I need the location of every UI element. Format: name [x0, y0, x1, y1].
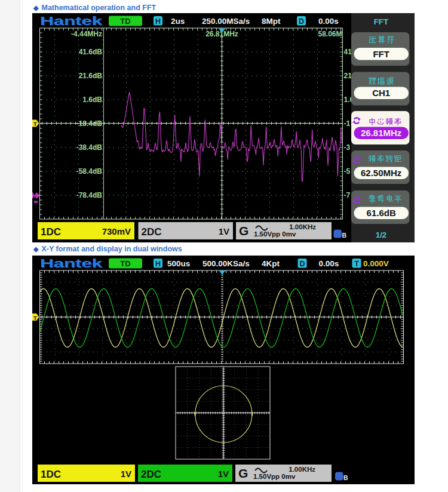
svg-text:T: T	[33, 315, 37, 321]
svg-text:D: D	[299, 260, 305, 268]
svg-text:B: B	[342, 232, 347, 239]
svg-text:26.81MHz: 26.81MHz	[361, 128, 401, 138]
svg-text:0.00s: 0.00s	[319, 259, 339, 268]
svg-text:2DC: 2DC	[141, 469, 161, 480]
svg-text:-3: -3	[344, 143, 351, 152]
svg-text:1.50Vpp 0mv: 1.50Vpp 0mv	[254, 230, 296, 238]
svg-text:41: 41	[344, 48, 352, 56]
svg-text:B: B	[343, 474, 348, 481]
svg-text:Hantek: Hantek	[40, 257, 102, 270]
svg-text:250.00MSa/s: 250.00MSa/s	[202, 17, 250, 26]
svg-text:1V: 1V	[218, 469, 229, 479]
svg-text:D: D	[299, 17, 304, 26]
svg-text:4Kpt: 4Kpt	[262, 259, 280, 268]
svg-text:21: 21	[344, 72, 352, 80]
svg-text:G: G	[238, 466, 248, 480]
svg-text:61.6dB: 61.6dB	[367, 208, 396, 218]
svg-text:41.6dB: 41.6dB	[79, 48, 103, 56]
svg-text:T: T	[33, 121, 37, 127]
svg-text:-4.44MHz: -4.44MHz	[71, 30, 102, 38]
svg-text:-78.4dB: -78.4dB	[76, 191, 103, 199]
svg-text:G: G	[239, 224, 248, 238]
svg-text:TD: TD	[120, 17, 130, 26]
svg-text:1V: 1V	[121, 469, 131, 479]
svg-text:-58.4dB: -58.4dB	[76, 167, 103, 176]
svg-text:1.50Vpp 0mv: 1.50Vpp 0mv	[253, 473, 296, 480]
svg-text:1DC: 1DC	[41, 469, 61, 480]
svg-text:-18.4dB: -18.4dB	[76, 119, 103, 128]
svg-text:FFT: FFT	[374, 17, 389, 26]
svg-text:58.06M: 58.06M	[318, 30, 342, 38]
svg-text:1/2: 1/2	[376, 230, 386, 239]
svg-text:-1: -1	[344, 119, 351, 128]
svg-text:FFT: FFT	[373, 49, 389, 59]
svg-text:H: H	[155, 17, 161, 26]
svg-text:62.50MHz: 62.50MHz	[361, 168, 401, 178]
svg-text:0.000V: 0.000V	[363, 259, 389, 268]
svg-text:21.6dB: 21.6dB	[79, 72, 103, 80]
svg-text:730mV: 730mV	[102, 226, 131, 236]
svg-text:2DC: 2DC	[142, 226, 162, 238]
svg-text:1V: 1V	[219, 226, 229, 236]
svg-text:H: H	[155, 260, 161, 268]
svg-text:500us: 500us	[167, 259, 190, 268]
svg-text:Hantek: Hantek	[40, 14, 102, 27]
svg-text:1.00KHz: 1.00KHz	[289, 223, 316, 230]
svg-text:CH1: CH1	[372, 88, 390, 98]
svg-text:2us: 2us	[171, 17, 185, 26]
svg-text:0.00s: 0.00s	[318, 17, 339, 26]
svg-text:-7: -7	[344, 191, 351, 199]
svg-text:1DC: 1DC	[41, 226, 61, 238]
svg-text:1.6dB: 1.6dB	[82, 96, 102, 104]
svg-text:1.00KHz: 1.00KHz	[289, 466, 315, 473]
svg-text:-38.4dB: -38.4dB	[76, 143, 103, 152]
svg-text:TD: TD	[120, 259, 130, 268]
svg-text:-5: -5	[344, 167, 351, 176]
svg-text:8Mpt: 8Mpt	[262, 17, 281, 26]
svg-text:500.00KSa/s: 500.00KSa/s	[202, 259, 250, 268]
svg-text:T: T	[354, 260, 359, 268]
